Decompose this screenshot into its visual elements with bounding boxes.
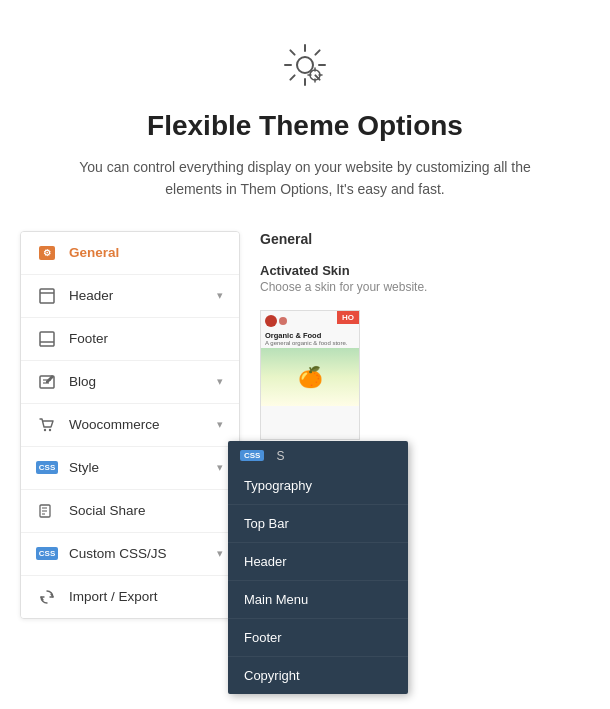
style-arrow-icon: ▾ <box>217 461 223 474</box>
style-dropdown-menu: CSS S Typography Top Bar Header Main Men… <box>228 441 408 694</box>
hero-gear-icon <box>20 40 590 94</box>
skin-decoration <box>265 315 287 327</box>
hero-section: Flexible Theme Options You can control e… <box>0 0 610 231</box>
sidebar-item-import-export[interactable]: Import / Export <box>21 576 239 618</box>
sidebar-label-header: Header <box>69 288 217 303</box>
svg-rect-2 <box>40 289 54 303</box>
style-icon: CSS <box>37 458 57 478</box>
dropdown-item-header[interactable]: Header <box>228 543 408 581</box>
sidebar-item-footer[interactable]: Footer <box>21 318 239 361</box>
dropdown-item-footer[interactable]: Footer <box>228 619 408 657</box>
custom-css-arrow-icon: ▾ <box>217 547 223 560</box>
sidebar-item-style[interactable]: CSS Style ▾ <box>21 447 239 490</box>
skin-card[interactable]: HO Organic & Food A general organic & fo… <box>260 310 360 440</box>
sidebar-label-import-export: Import / Export <box>69 589 223 604</box>
footer-icon <box>37 329 57 349</box>
hero-description: You can control everything display on yo… <box>65 156 545 201</box>
sidebar-item-custom-css[interactable]: CSS Custom CSS/JS ▾ <box>21 533 239 576</box>
skin-title: Organic & Food <box>265 331 355 340</box>
skin-badge: HO <box>337 311 359 324</box>
main-content: ⚙ General Header ▾ Footer Blog ▾ <box>0 231 610 649</box>
panel-header: General <box>260 231 590 247</box>
woo-arrow-icon: ▾ <box>217 418 223 431</box>
skin-subtitle: A general organic & food store. <box>265 340 355 346</box>
svg-point-10 <box>49 429 51 431</box>
sidebar-item-woocommerce[interactable]: Woocommerce ▾ <box>21 404 239 447</box>
sidebar-label-woocommerce: Woocommerce <box>69 417 217 432</box>
svg-rect-4 <box>40 332 54 346</box>
activated-skin-row: Activated Skin Choose a skin for your we… <box>260 263 590 294</box>
sidebar-item-general[interactable]: ⚙ General <box>21 232 239 275</box>
dropdown-css-badge: CSS <box>240 450 264 461</box>
dropdown-css-header: CSS S <box>228 441 408 467</box>
custom-css-icon: CSS <box>37 544 57 564</box>
sidebar-label-blog: Blog <box>69 374 217 389</box>
dropdown-item-mainmenu[interactable]: Main Menu <box>228 581 408 619</box>
sidebar-item-social-share[interactable]: Social Share <box>21 490 239 533</box>
gear-icon: ⚙ <box>37 243 57 263</box>
social-icon <box>37 501 57 521</box>
svg-point-9 <box>44 429 46 431</box>
dropdown-item-copyright[interactable]: Copyright <box>228 657 408 694</box>
sidebar-item-header[interactable]: Header ▾ <box>21 275 239 318</box>
header-arrow-icon: ▾ <box>217 289 223 302</box>
header-icon <box>37 286 57 306</box>
sidebar-label-social-share: Social Share <box>69 503 223 518</box>
sidebar-label-style: Style <box>69 460 217 475</box>
sidebar-item-blog[interactable]: Blog ▾ <box>21 361 239 404</box>
woo-icon <box>37 415 57 435</box>
svg-point-0 <box>297 57 313 73</box>
activated-skin-desc: Choose a skin for your website. <box>260 280 590 294</box>
sidebar-label-general: General <box>69 245 223 260</box>
skin-image-area: 🍊 <box>261 348 359 406</box>
hero-title: Flexible Theme Options <box>20 110 590 142</box>
dropdown-item-topbar[interactable]: Top Bar <box>228 505 408 543</box>
import-icon <box>37 587 57 607</box>
sidebar: ⚙ General Header ▾ Footer Blog ▾ <box>20 231 240 619</box>
skin-card-container[interactable]: HO Organic & Food A general organic & fo… <box>260 310 360 455</box>
blog-icon <box>37 372 57 392</box>
dropdown-item-typography[interactable]: Typography <box>228 467 408 505</box>
dropdown-style-label: S <box>276 449 284 463</box>
sidebar-label-custom-css: Custom CSS/JS <box>69 546 217 561</box>
activated-skin-label: Activated Skin <box>260 263 590 278</box>
blog-arrow-icon: ▾ <box>217 375 223 388</box>
sidebar-label-footer: Footer <box>69 331 223 346</box>
